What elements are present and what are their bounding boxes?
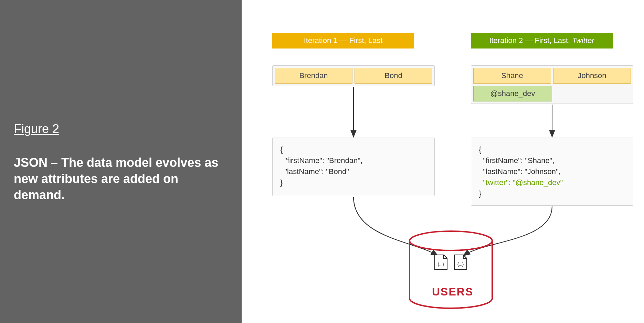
json-line: "lastName": "Bond" — [280, 167, 349, 176]
iteration-1-badge: Iteration 1 — First, Last — [272, 33, 414, 49]
json-doc-icon: {...} — [454, 255, 467, 269]
iter2-input-rows: Shane Johnson @shane_dev — [471, 65, 633, 104]
database-label: USERS — [432, 286, 473, 298]
figure-description: JSON – The data model evolves as new att… — [14, 155, 228, 203]
doc-glyph: {...} — [438, 262, 444, 267]
database-icon: {...} {...} — [404, 230, 497, 316]
figure-number: Figure 2 — [14, 122, 59, 136]
iter2-last-name-chip: Johnson — [553, 68, 631, 84]
badge-text: Iteration 1 — First, Last — [304, 36, 383, 45]
iter2-json-output: { "firstName": "Shane", "lastName": "Joh… — [471, 138, 633, 206]
json-line: } — [479, 189, 481, 198]
iter1-last-name-chip: Bond — [355, 68, 432, 84]
iteration-2-badge: Iteration 2 — First, Last, Twitter — [471, 33, 613, 49]
caption-panel: Figure 2 JSON – The data model evolves a… — [0, 0, 242, 323]
iter1-first-name-chip: Brendan — [275, 68, 352, 84]
iter1-input-row: Brendan Bond — [272, 65, 435, 86]
badge-text: Iteration 2 — First, Last, — [489, 36, 572, 45]
json-line: "lastName": "Johnson", — [479, 167, 561, 176]
json-doc-icon: {...} — [435, 255, 447, 269]
json-line: { — [280, 145, 283, 154]
figure-slide: Figure 2 JSON – The data model evolves a… — [0, 0, 644, 323]
iter2-first-name-chip: Shane — [473, 68, 551, 84]
json-line: "firstName": "Brendan", — [280, 156, 362, 165]
json-line: } — [280, 178, 283, 187]
badge-italic: Twitter — [572, 36, 594, 45]
svg-point-1 — [410, 231, 492, 250]
iter2-twitter-chip: @shane_dev — [473, 86, 552, 101]
iter1-json-output: { "firstName": "Brendan", "lastName": "B… — [272, 138, 435, 196]
json-line: "firstName": "Shane", — [479, 156, 555, 165]
json-line-highlight: "twitter": "@shane_dev" — [479, 178, 563, 187]
json-line: { — [479, 145, 481, 154]
doc-glyph: {...} — [457, 262, 464, 267]
